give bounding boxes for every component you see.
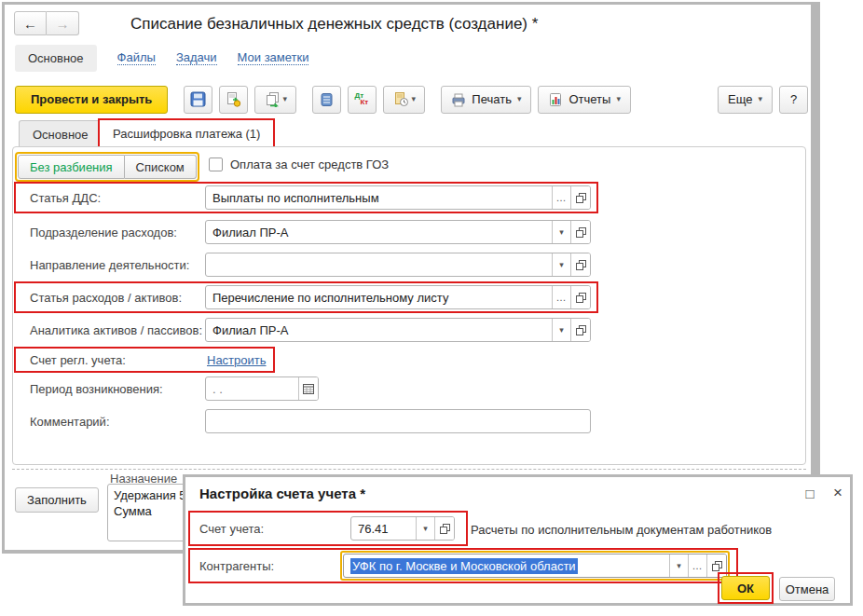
- account-value[interactable]: 76.41: [351, 517, 416, 540]
- navtab-notes[interactable]: Мои заметки: [238, 50, 309, 65]
- chevron-down-icon: ▾: [758, 95, 762, 103]
- field-value[interactable]: Перечисление по исполнительному листу: [206, 286, 552, 308]
- debit-credit-icon: Дт Кт: [356, 92, 368, 106]
- ellipsis-button[interactable]: …: [552, 186, 570, 209]
- help-button[interactable]: ?: [779, 86, 808, 114]
- field-value[interactable]: Выплаты по исполнительным: [206, 186, 552, 209]
- open-icon: [576, 325, 586, 335]
- ellipsis-button[interactable]: …: [552, 286, 570, 308]
- open-icon: [576, 193, 586, 203]
- dropdown-button[interactable]: ▾: [552, 319, 570, 341]
- create-based-on-icon: [265, 91, 281, 107]
- chevron-down-icon: ▾: [517, 95, 522, 103]
- as-list-button[interactable]: Списком: [125, 155, 197, 179]
- more-label: Еще: [728, 92, 752, 106]
- dropdown-button[interactable]: ▾: [552, 221, 570, 243]
- origin-period-field[interactable]: . .: [205, 376, 319, 401]
- document-journal-button[interactable]: ▾: [383, 86, 425, 114]
- expense-item-field[interactable]: Перечисление по исполнительному листу …: [205, 285, 591, 309]
- field-value[interactable]: Филиал ПР-А: [206, 221, 552, 243]
- toolbar: Провести и закрыть ▾: [15, 85, 808, 114]
- print-icon: [451, 92, 466, 107]
- navtab-tasks[interactable]: Задачи: [176, 50, 217, 65]
- forward-arrow-icon: →: [56, 16, 70, 32]
- chevron-down-icon: ▾: [616, 95, 621, 103]
- activity-direction-field[interactable]: ▾: [205, 253, 591, 277]
- asset-analytics-field[interactable]: Филиал ПР-А ▾: [205, 318, 591, 342]
- ellipsis-button[interactable]: …: [688, 554, 706, 577]
- expense-department-field[interactable]: Филиал ПР-А ▾: [205, 220, 591, 244]
- counterparty-row: Контрагенты: УФК по г. Москве и Московск…: [188, 548, 738, 583]
- open-icon: [712, 561, 722, 571]
- counterparty-value[interactable]: УФК по г. Москве и Московской области: [350, 558, 578, 574]
- no-split-button[interactable]: Без разбиения: [18, 155, 125, 179]
- save-icon: [190, 91, 206, 107]
- post-and-close-button[interactable]: Провести и закрыть: [15, 86, 168, 114]
- document-window: ← → Списание безналичных денежных средст…: [2, 2, 820, 554]
- field-label: Статья расходов / активов:: [30, 291, 182, 305]
- open-button[interactable]: [570, 286, 590, 308]
- dialog-title: Настройка счета учета *: [199, 486, 365, 501]
- field-row-comment: Комментарий:: [14, 405, 598, 437]
- forward-button[interactable]: →: [47, 11, 79, 35]
- calendar-icon: [303, 383, 314, 394]
- reports-button[interactable]: Отчеты ▾: [538, 86, 630, 114]
- calendar-button[interactable]: [298, 377, 318, 400]
- ok-button[interactable]: ОК: [721, 576, 770, 600]
- register-records-button[interactable]: [312, 86, 341, 114]
- configure-link[interactable]: Настроить: [207, 353, 267, 367]
- page-title: Списание безналичных денежных средств (с…: [130, 15, 538, 34]
- dropdown-button[interactable]: ▾: [416, 517, 434, 540]
- close-icon[interactable]: ×: [829, 484, 847, 502]
- cancel-button[interactable]: Отмена: [779, 577, 835, 601]
- navtab-main[interactable]: Основное: [15, 45, 97, 72]
- print-button[interactable]: Печать ▾: [441, 86, 531, 114]
- field-row-cashflow-item: Статья ДДС: Выплаты по исполнительным …: [14, 182, 598, 213]
- field-value[interactable]: [206, 253, 552, 276]
- open-button[interactable]: [570, 221, 590, 243]
- post-document-button[interactable]: [219, 86, 248, 114]
- goz-checkbox[interactable]: [209, 157, 223, 171]
- field-value[interactable]: Филиал ПР-А: [206, 319, 552, 341]
- field-row-activity-direction: Направление деятельности: ▾: [14, 249, 598, 281]
- back-arrow-icon: ←: [23, 16, 37, 32]
- field-value[interactable]: [206, 410, 590, 432]
- back-button[interactable]: ←: [14, 11, 47, 35]
- field-label: Направление деятельности:: [30, 258, 189, 272]
- comment-field[interactable]: [205, 409, 591, 433]
- navtab-files[interactable]: Файлы: [117, 50, 156, 65]
- dropdown-button[interactable]: ▾: [552, 253, 570, 276]
- chevron-down-icon: ▾: [412, 95, 417, 103]
- subtab-payment-details[interactable]: Расшифровка платежа (1): [98, 118, 275, 148]
- account-field[interactable]: 76.41 ▾: [350, 516, 455, 541]
- dropdown-button[interactable]: ▾: [669, 554, 688, 577]
- save-button[interactable]: [184, 86, 212, 114]
- account-row: Счет учета: 76.41 ▾: [188, 511, 468, 546]
- subtab-main[interactable]: Основное: [19, 120, 103, 148]
- fill-button[interactable]: Заполнить: [15, 487, 99, 513]
- create-based-on-button[interactable]: ▾: [254, 86, 296, 114]
- field-label: Аналитика активов / пассивов:: [30, 323, 202, 337]
- cashflow-item-field[interactable]: Выплаты по исполнительным …: [205, 185, 591, 210]
- field-label: Подразделение расходов:: [30, 226, 177, 240]
- field-row-expense-item: Статья расходов / активов: Перечисление …: [14, 281, 598, 313]
- goz-checkbox-row: Оплата за счет средств ГОЗ: [209, 157, 389, 171]
- maximize-icon[interactable]: □: [801, 484, 819, 502]
- open-icon: [576, 260, 586, 270]
- ok-button-highlight: ОК: [718, 572, 774, 604]
- open-button[interactable]: [570, 186, 590, 209]
- field-value[interactable]: . .: [206, 377, 298, 400]
- open-icon: [576, 293, 586, 303]
- document-clock-icon: [393, 91, 409, 107]
- reports-icon: [548, 92, 563, 107]
- field-label: Период возникновения:: [30, 382, 163, 396]
- open-button[interactable]: [570, 253, 590, 276]
- counterparty-field[interactable]: УФК по г. Москве и Московской области ▾ …: [343, 554, 727, 578]
- reports-label: Отчеты: [568, 92, 610, 106]
- debit-credit-button[interactable]: Дт Кт: [348, 86, 377, 114]
- open-button[interactable]: [570, 319, 590, 341]
- open-button[interactable]: [434, 517, 454, 540]
- chevron-down-icon: ▾: [283, 95, 288, 103]
- split-mode-toggle: Без разбиения Списком: [15, 152, 199, 182]
- more-button[interactable]: Еще ▾: [718, 86, 773, 114]
